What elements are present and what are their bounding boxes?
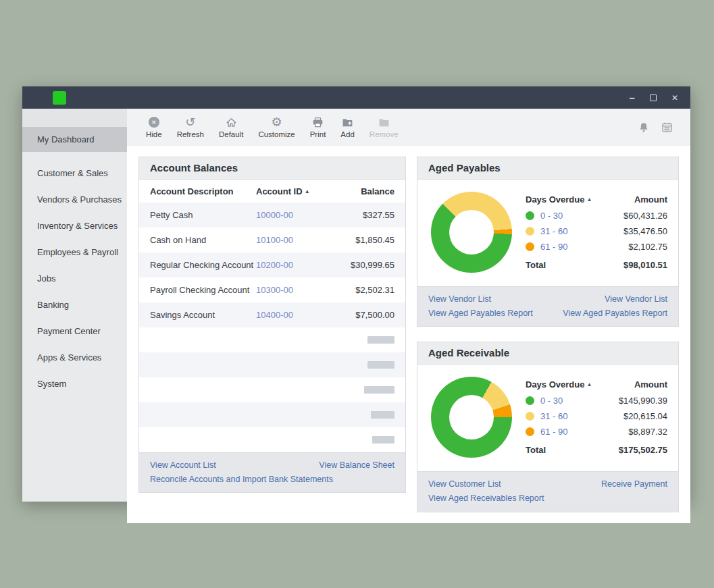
sidebar-item-apps-services[interactable]: Apps & Services [22,344,127,371]
amount-header: Amount [634,379,667,390]
aged-receivable-legend-header: Days Overdue▲ Amount [526,379,667,390]
account-id-link[interactable]: 10400-00 [256,310,293,320]
table-row: Cash on Hand 10100-00 $1,850.45 [139,228,405,252]
sort-ascending-icon: ▲ [586,381,592,387]
hide-circle-x-icon: ✕ [149,117,159,128]
legend-row: 0 - 30 $60,431.26 [526,211,667,221]
legend-row: 31 - 60 $35,476.50 [526,226,667,236]
view-aged-receivables-report-link[interactable]: View Aged Receivables Report [428,493,544,503]
view-account-list-link[interactable]: View Account List [150,458,216,473]
hide-button[interactable]: ✕ Hide [138,116,170,138]
sidebar-item-inventory-services[interactable]: Inventory & Services [22,213,127,239]
account-description: Savings Account [150,310,256,320]
sidebar-item-my-dashboard[interactable]: My Dashboard [22,127,127,152]
aged-payables-legend-header: Days Overdue▲ Amount [526,194,667,205]
bucket-amount: $35,476.50 [623,226,667,236]
days-overdue-header[interactable]: Days Overdue▲ [526,379,592,390]
legend-row: 61 - 90 $2,102.75 [526,242,667,252]
bucket-0-30-link[interactable]: 0 - 30 [540,211,563,221]
total-amount: $175,502.75 [619,445,667,455]
account-balance: $7,500.00 [330,310,394,320]
column-header-description[interactable]: Account Descripton [150,186,256,196]
table-row-skeleton [139,427,405,452]
aged-payables-panel: Aged Payables Days Overdue▲ Amount [417,157,679,327]
table-row-skeleton [139,327,405,352]
account-balances-title: Account Balances [139,157,405,180]
table-row-skeleton [139,377,405,402]
default-button[interactable]: Default [211,116,251,138]
sidebar-item-banking[interactable]: Banking [22,292,127,318]
bucket-0-30-link[interactable]: 0 - 30 [540,396,563,406]
account-description: Cash on Hand [150,235,256,245]
sort-ascending-icon: ▲ [586,196,592,203]
view-aged-payables-report-link[interactable]: View Aged Payables Report [428,309,533,318]
close-button[interactable]: ✕ [671,94,678,102]
account-balance: $30,999.65 [330,260,394,270]
refresh-icon: ↺ [185,116,195,128]
aged-receivable-total-row: Total $175,502.75 [526,445,667,455]
view-balance-sheet-link[interactable]: View Balance Sheet [319,458,394,473]
column-header-account-id[interactable]: Account ID▲ [256,186,330,196]
app-window: – ✕ My Dashboard Customer & Sales Vendor… [22,86,690,502]
table-row-skeleton [139,352,405,377]
orange-dot-icon [526,242,534,251]
home-icon [226,116,237,128]
account-id-link[interactable]: 10200-00 [256,260,293,270]
aged-payables-title: Aged Payables [417,157,678,180]
table-row: Savings Account 10400-00 $7,500.00 [139,302,405,327]
account-id-link[interactable]: 10300-00 [256,285,293,295]
view-customer-list-link[interactable]: View Customer List [428,479,501,489]
bucket-31-60-link[interactable]: 31 - 60 [540,411,567,421]
sidebar-top-strip [22,109,127,127]
sidebar-item-system[interactable]: System [22,371,127,397]
remove-button: Remove [362,116,406,138]
add-button[interactable]: Add [333,116,361,138]
dashboard-content: Account Balances Account Descripton Acco… [127,146,690,523]
table-row: Payroll Checking Account 10300-00 $2,502… [139,277,405,302]
table-row-skeleton [139,402,405,427]
account-balances-footer: View Account List View Balance Sheet Rec… [139,452,405,492]
calendar-icon[interactable] [661,122,673,133]
sidebar-item-payment-center[interactable]: Payment Center [22,318,127,344]
days-overdue-header[interactable]: Days Overdue▲ [526,194,592,205]
minimize-button[interactable]: – [630,92,635,103]
account-description: Regular Checking Account [150,260,256,270]
aged-payables-total-row: Total $98,010.51 [526,260,667,270]
sort-ascending-icon: ▲ [305,188,310,194]
sidebar-item-vendors-purchases[interactable]: Vendors & Purchases [22,186,127,213]
bucket-61-90-link[interactable]: 61 - 90 [540,427,567,437]
sidebar-item-jobs[interactable]: Jobs [22,265,127,292]
customize-button[interactable]: ⚙ Customize [251,116,302,138]
bucket-amount: $145,990.39 [619,396,667,406]
app-logo-icon [53,91,66,105]
account-balances-panel: Account Balances Account Descripton Acco… [138,157,406,493]
reconcile-accounts-link[interactable]: Reconcile Accounts and Import Bank State… [150,475,333,484]
table-row: Petty Cash 10000-00 $327.55 [139,203,405,228]
bucket-amount: $2,102.75 [628,242,667,252]
title-bar: – ✕ [22,86,690,109]
table-row: Regular Checking Account 10200-00 $30,99… [139,252,405,277]
view-vendor-list-link[interactable]: View Vendor List [428,294,491,304]
sidebar-item-employees-payroll[interactable]: Employees & Payroll [22,239,127,265]
account-balance: $1,850.45 [330,235,394,245]
column-header-balance[interactable]: Balance [330,186,394,196]
account-balance: $2,502.31 [330,285,394,295]
notifications-bell-icon[interactable] [638,122,649,133]
account-balance: $327.55 [330,210,394,220]
view-vendor-list-link[interactable]: View Vendor List [605,294,667,304]
account-id-link[interactable]: 10000-00 [256,210,293,220]
account-description: Payroll Checking Account [150,285,256,295]
receive-payment-link[interactable]: Receive Payment [601,479,667,489]
print-button[interactable]: Print [303,116,334,138]
maximize-button[interactable] [650,95,657,101]
dashboard-toolbar: ✕ Hide ↺ Refresh Default ⚙ Customize [127,109,690,146]
view-aged-payables-report-link[interactable]: View Aged Payables Report [563,309,667,318]
bucket-61-90-link[interactable]: 61 - 90 [540,242,567,252]
sidebar-item-customer-sales[interactable]: Customer & Sales [22,160,127,186]
yellow-dot-icon [526,227,534,236]
refresh-button[interactable]: ↺ Refresh [170,116,211,138]
account-balances-table-header: Account Descripton Account ID▲ Balance [139,180,405,203]
aged-payables-donut-chart [431,192,512,273]
account-id-link[interactable]: 10100-00 [256,235,293,245]
bucket-31-60-link[interactable]: 31 - 60 [540,226,567,236]
